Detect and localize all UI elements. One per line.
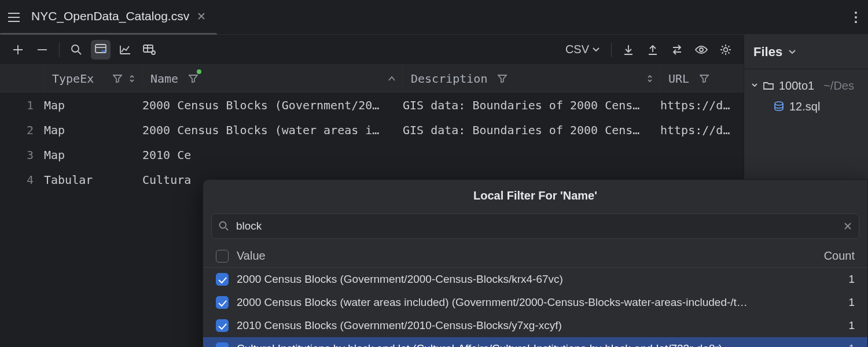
row-number: 4: [0, 173, 44, 187]
tree-folder-root[interactable]: 100to1 ~/Des: [748, 75, 865, 96]
svg-point-8: [724, 47, 728, 51]
search-icon: [219, 221, 229, 231]
row-number: 3: [0, 148, 44, 162]
table-row[interactable]: 3Map2010 Ce: [0, 142, 744, 167]
eye-icon: [694, 45, 708, 55]
column-label: Description: [411, 72, 487, 86]
cell-name[interactable]: 2010 Ce: [142, 148, 403, 162]
chart-button[interactable]: [115, 40, 135, 60]
sort-icon[interactable]: [128, 75, 136, 83]
export-button[interactable]: [643, 40, 663, 60]
svg-point-6: [152, 51, 155, 54]
import-button[interactable]: [619, 40, 638, 60]
column-header-url[interactable]: URL: [660, 65, 744, 92]
funnel-icon[interactable]: [498, 75, 507, 83]
cell-description[interactable]: GIS data: Boundaries of 2000 Cens…: [403, 98, 660, 112]
file-name: 12.sql: [789, 100, 820, 113]
option-checkbox[interactable]: [216, 319, 229, 332]
chevron-down-icon: [751, 82, 758, 89]
option-checkbox[interactable]: [216, 273, 229, 286]
filter-search-box[interactable]: [211, 213, 859, 239]
file-format-dropdown[interactable]: CSV: [561, 40, 604, 58]
funnel-icon[interactable]: [189, 75, 198, 83]
folder-icon: [763, 81, 774, 90]
filter-option[interactable]: 2000 Census Blocks (Government/2000-Cens…: [203, 268, 867, 291]
filter-list-header: Value Count: [203, 245, 867, 268]
preview-button[interactable]: [692, 40, 711, 60]
table-row[interactable]: 1Map2000 Census Blocks (Government/20…GI…: [0, 93, 744, 117]
table-row[interactable]: 2Map2000 Census Blocks (water areas i…GI…: [0, 117, 744, 142]
column-label: URL: [668, 72, 689, 86]
option-count: 1: [838, 342, 855, 347]
option-checkbox[interactable]: [216, 342, 229, 347]
local-filter-popup: Local Filter For 'Name' Value Count 2000…: [203, 179, 868, 347]
table-header: TypeEx Name Description: [0, 65, 744, 93]
column-label: TypeEx: [52, 72, 94, 86]
tree-file[interactable]: 12.sql: [748, 96, 865, 117]
filter-option[interactable]: Cultural Institutions by block and lot (…: [203, 337, 867, 347]
chart-icon: [119, 44, 131, 56]
data-toolbar: CSV: [0, 35, 744, 65]
column-header-type[interactable]: TypeEx: [44, 65, 142, 92]
remove-row-button[interactable]: [32, 40, 52, 60]
chevron-down-icon: [788, 49, 796, 56]
file-format-label: CSV: [565, 43, 589, 56]
option-count: 1: [838, 273, 855, 286]
clear-search-button[interactable]: [844, 222, 852, 230]
column-header-name[interactable]: Name: [142, 65, 403, 92]
tab-bar: NYC_OpenData_Catalog.csv: [0, 0, 868, 35]
svg-point-9: [220, 222, 226, 228]
svg-point-0: [855, 12, 857, 14]
cell-type[interactable]: Tabular: [44, 173, 142, 187]
files-panel-header[interactable]: Files: [744, 35, 868, 69]
cell-url[interactable]: https://dat: [660, 123, 744, 137]
option-label: Cultural Institutions by block and lot (…: [237, 342, 830, 347]
gear-icon: [719, 43, 732, 56]
filter-search-input[interactable]: [236, 220, 837, 232]
filter-option[interactable]: 2010 Census Blocks (Government/2010-Cens…: [203, 314, 867, 337]
compare-button[interactable]: [667, 40, 687, 60]
tab-active[interactable]: NYC_OpenData_Catalog.csv: [28, 0, 216, 35]
sort-icon[interactable]: [646, 75, 654, 83]
database-file-icon: [773, 101, 785, 112]
funnel-icon[interactable]: [113, 75, 122, 83]
option-count: 1: [838, 296, 855, 309]
files-tree: 100to1 ~/Des 12.sql: [744, 69, 868, 123]
files-title: Files: [753, 45, 782, 60]
kebab-icon: [854, 11, 858, 24]
filter-option[interactable]: 2000 Census Blocks (water areas included…: [203, 291, 867, 314]
sort-asc-icon[interactable]: [387, 75, 396, 83]
cell-type[interactable]: Map: [44, 123, 142, 137]
view-mode-button[interactable]: [139, 40, 159, 60]
option-label: 2000 Census Blocks (Government/2000-Cens…: [237, 273, 830, 286]
svg-point-7: [700, 48, 703, 51]
funnel-icon[interactable]: [700, 75, 709, 83]
svg-point-1: [855, 16, 857, 19]
cell-type[interactable]: Map: [44, 98, 142, 112]
option-checkbox[interactable]: [216, 296, 229, 309]
filter-options-list: 2000 Census Blocks (Government/2000-Cens…: [203, 268, 867, 347]
svg-point-2: [855, 21, 857, 23]
row-number: 1: [0, 98, 44, 112]
chevron-down-icon: [593, 47, 599, 53]
cell-url[interactable]: https://dat: [660, 98, 744, 112]
settings-button[interactable]: [716, 40, 735, 60]
cell-type[interactable]: Map: [44, 148, 142, 162]
close-icon[interactable]: [197, 12, 205, 20]
row-number: 2: [0, 123, 44, 137]
search-button[interactable]: [67, 40, 86, 60]
column-header-description[interactable]: Description: [403, 65, 660, 92]
main-menu-button[interactable]: [0, 12, 28, 23]
filter-toggle-button[interactable]: [91, 40, 111, 60]
cell-name[interactable]: 2000 Census Blocks (Government/20…: [142, 98, 403, 112]
add-row-button[interactable]: [8, 40, 28, 60]
cell-description[interactable]: GIS data: Boundaries of 2000 Cens…: [403, 123, 660, 137]
select-all-checkbox[interactable]: [216, 250, 229, 263]
search-icon: [71, 44, 82, 56]
data-editor: CSV: [0, 35, 744, 347]
minus-icon: [36, 44, 48, 56]
popup-title: Local Filter For 'Name': [203, 180, 867, 211]
tab-overflow-button[interactable]: [848, 8, 863, 27]
plus-icon: [12, 44, 24, 56]
cell-name[interactable]: 2000 Census Blocks (water areas i…: [142, 123, 403, 137]
